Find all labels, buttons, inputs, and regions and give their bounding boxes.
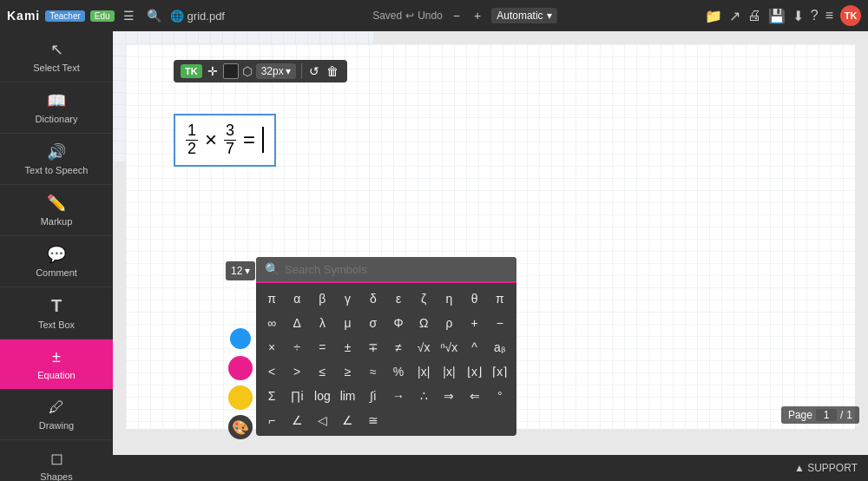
symbol-cell[interactable]: θ bbox=[463, 287, 487, 311]
ft-undo-icon[interactable]: ↺ bbox=[307, 64, 321, 78]
symbol-cell[interactable]: × bbox=[260, 335, 284, 359]
symbol-cell[interactable]: β bbox=[310, 287, 334, 311]
symbol-cell[interactable]: log bbox=[310, 384, 334, 408]
symbol-cell[interactable]: ≠ bbox=[386, 335, 411, 359]
zoom-out-btn[interactable]: − bbox=[450, 7, 464, 24]
sidebar-item-select-text[interactable]: ↖ Select Text bbox=[0, 31, 113, 82]
symbol-cell[interactable]: aᵦ bbox=[488, 335, 512, 359]
print-icon[interactable]: 🖨 bbox=[747, 8, 761, 23]
symbol-cell[interactable]: η bbox=[437, 287, 461, 311]
symbol-cell[interactable]: σ bbox=[361, 311, 385, 335]
symbol-cell[interactable]: − bbox=[488, 311, 512, 335]
symbol-cell[interactable]: → bbox=[386, 384, 411, 408]
symbol-cell[interactable]: lim bbox=[336, 384, 360, 408]
symbol-cell[interactable]: Δ bbox=[285, 311, 309, 335]
symbol-cell[interactable]: ◁ bbox=[310, 408, 334, 432]
sidebar-item-shapes[interactable]: ◻ Shapes bbox=[0, 440, 113, 481]
math-textbox[interactable]: 1 2 × 3 7 = bbox=[174, 114, 276, 167]
sidebar-item-comment[interactable]: 💬 Comment bbox=[0, 236, 113, 287]
filename-area: 🌐 grid.pdf bbox=[170, 10, 225, 23]
symbol-cell[interactable]: γ bbox=[336, 287, 360, 311]
sidebar-item-dictionary[interactable]: 📖 Dictionary bbox=[0, 82, 113, 134]
symbol-cell[interactable]: ± bbox=[336, 335, 360, 359]
save-icon[interactable]: 💾 bbox=[768, 8, 786, 24]
symbol-cell[interactable]: ^ bbox=[463, 335, 487, 359]
symbol-cell[interactable]: > bbox=[285, 359, 309, 384]
symbol-cell[interactable]: ≈ bbox=[361, 359, 385, 384]
menu-icon[interactable]: ≡ bbox=[825, 8, 833, 23]
symbol-cell[interactable]: ζ bbox=[411, 287, 436, 311]
swatch-blue[interactable] bbox=[228, 326, 253, 351]
symbol-cell[interactable]: √x bbox=[411, 335, 436, 359]
symbol-cell[interactable]: + bbox=[463, 311, 487, 335]
symbol-cell[interactable]: ⌐ bbox=[260, 408, 284, 432]
chevron-down-icon: ▾ bbox=[286, 65, 291, 77]
symbol-cell[interactable]: ⇒ bbox=[437, 384, 461, 408]
zoom-in-btn[interactable]: + bbox=[470, 7, 484, 24]
symbol-cell[interactable]: ≤ bbox=[310, 359, 334, 384]
download-icon[interactable]: ⬇ bbox=[792, 8, 804, 24]
symbol-cell[interactable]: Ω bbox=[411, 311, 436, 335]
canvas-area[interactable]: TK ✛ ⬡ 32px ▾ ↺ 🗑 1 2 bbox=[113, 31, 868, 455]
symbol-cell[interactable]: μ bbox=[336, 311, 360, 335]
swatch-yellow[interactable] bbox=[228, 385, 253, 410]
sidebar-item-drawing[interactable]: 🖊 Drawing bbox=[0, 390, 113, 440]
symbol-cell[interactable]: ⇐ bbox=[463, 384, 487, 408]
symbol-cell[interactable]: = bbox=[310, 335, 334, 359]
size-selector[interactable]: 12 ▾ bbox=[226, 261, 255, 280]
color-palette-icon[interactable]: 🎨 bbox=[228, 415, 253, 439]
symbol-cell[interactable]: ÷ bbox=[285, 335, 309, 359]
ft-color-box[interactable] bbox=[223, 63, 239, 79]
symbol-cell[interactable]: ⁿ√x bbox=[437, 335, 461, 359]
symbol-cell[interactable]: ∠ bbox=[285, 408, 309, 432]
symbol-cell[interactable]: % bbox=[386, 359, 411, 384]
symbol-cell[interactable]: Φ bbox=[386, 311, 411, 335]
symbol-cell[interactable]: ρ bbox=[437, 311, 461, 335]
symbol-cell[interactable]: ∓ bbox=[361, 335, 385, 359]
symbol-cell[interactable]: |x| bbox=[411, 359, 436, 384]
sidebar-label-shapes: Shapes bbox=[40, 471, 72, 481]
avatar-btn[interactable]: TK bbox=[840, 5, 861, 26]
sidebar-item-text-box[interactable]: T Text Box bbox=[0, 287, 113, 339]
ft-delete-icon[interactable]: 🗑 bbox=[325, 64, 340, 78]
symbol-cell[interactable]: ° bbox=[488, 384, 512, 408]
share-icon[interactable]: ↗ bbox=[729, 8, 740, 24]
search-btn[interactable]: 🔍 bbox=[143, 7, 165, 24]
cursor-icon: ↖ bbox=[50, 40, 63, 59]
sidebar-toggle-btn[interactable]: ☰ bbox=[120, 7, 138, 24]
symbol-cell[interactable]: π bbox=[260, 287, 284, 311]
symbol-cell[interactable]: < bbox=[260, 359, 284, 384]
ft-move-icon[interactable]: ✛ bbox=[206, 64, 220, 78]
symbol-cell[interactable]: λ bbox=[310, 311, 334, 335]
symbol-cell[interactable]: ε bbox=[386, 287, 411, 311]
symbol-cell[interactable]: ∠ bbox=[336, 408, 360, 432]
help-icon[interactable]: ? bbox=[811, 8, 819, 23]
symbol-cell[interactable]: π bbox=[488, 287, 512, 311]
symbol-cell[interactable]: ∴ bbox=[411, 384, 436, 408]
page-separator: / bbox=[840, 409, 843, 421]
folder-icon[interactable]: 📁 bbox=[705, 8, 722, 24]
swatch-pink[interactable] bbox=[228, 356, 253, 380]
chevron-down-icon: ▾ bbox=[245, 265, 250, 277]
chevron-down-icon: ▾ bbox=[547, 10, 552, 22]
symbol-cell[interactable]: ≅ bbox=[361, 408, 385, 432]
sidebar-item-text-to-speech[interactable]: 🔊 Text to Speech bbox=[0, 134, 113, 185]
zoom-selector[interactable]: Automatic ▾ bbox=[491, 8, 556, 23]
symbol-cell[interactable]: Σ bbox=[260, 384, 284, 408]
symbol-cell[interactable]: δ bbox=[361, 287, 385, 311]
symbol-cell[interactable]: α bbox=[285, 287, 309, 311]
symbol-search-input[interactable] bbox=[285, 263, 508, 276]
ft-color-dots[interactable]: ⬡ bbox=[242, 64, 253, 78]
sidebar-item-markup[interactable]: ✏️ Markup bbox=[0, 185, 113, 236]
page-number-input[interactable] bbox=[816, 409, 837, 421]
support-button[interactable]: ▲ SUPPORT bbox=[794, 462, 858, 474]
symbol-cell[interactable]: ≥ bbox=[336, 359, 360, 384]
symbol-cell[interactable]: ∫i bbox=[361, 384, 385, 408]
symbol-cell[interactable]: ⌊x⌋ bbox=[463, 359, 487, 384]
symbol-cell[interactable]: ⌈x⌉ bbox=[488, 359, 512, 384]
symbol-cell[interactable]: ∏i bbox=[285, 384, 309, 408]
ft-size-selector[interactable]: 32px ▾ bbox=[256, 63, 296, 79]
sidebar-item-equation[interactable]: ± Equation bbox=[0, 339, 113, 390]
symbol-cell[interactable]: |x| bbox=[437, 359, 461, 384]
symbol-cell[interactable]: ∞ bbox=[260, 311, 284, 335]
